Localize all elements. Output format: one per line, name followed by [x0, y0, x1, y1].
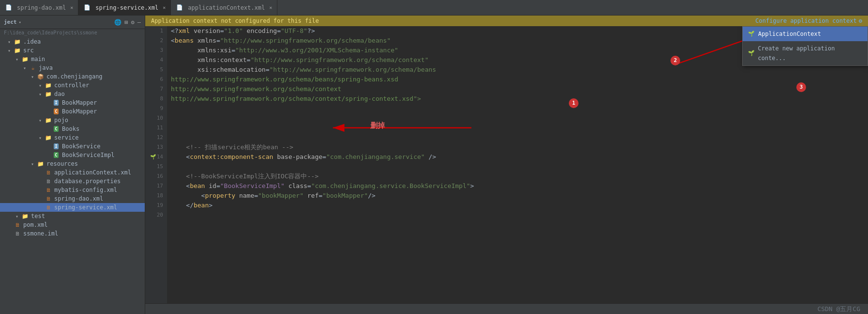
configure-link[interactable]: Configure application context ⚙ [755, 17, 862, 24]
tree-item-test[interactable]: ▾ 📁 test [0, 212, 145, 220]
tree-item-bookmapper-class[interactable]: C BookMapper [0, 107, 145, 116]
tree-label: .idea [23, 38, 41, 45]
line-num: 19 [149, 201, 163, 210]
xml-icon: 📄 [83, 4, 91, 12]
editor-area: Application context not configured for t… [145, 16, 868, 314]
tree-label: src [23, 47, 34, 54]
tab-close[interactable]: ✕ [163, 5, 166, 10]
xml-icon: 🗎 [45, 195, 52, 203]
tree-label: resources [46, 160, 78, 167]
tree-arrow: ▾ [39, 92, 45, 97]
folder-icon: 📁 [14, 38, 21, 46]
tree-item-java[interactable]: ▾ ☕ java [0, 63, 145, 72]
code-line-6: http://www.springframework.org/schema/be… [171, 75, 864, 84]
line-num: 9 [149, 104, 163, 113]
tree-arrow: ▾ [23, 65, 29, 71]
xml-icon: 📄 [176, 4, 183, 12]
code-line-14: <context:component-scan base-package="co… [171, 152, 864, 162]
props-icon: 🗎 [45, 177, 52, 185]
dropdown-item-appcontext[interactable]: 🌱 ApplicationContext [743, 27, 868, 41]
globe-icon[interactable]: 🌐 [114, 19, 122, 26]
line-num: 20 [149, 210, 163, 220]
tree-item-mybatis[interactable]: 🗎 mybatis-config.xml [0, 186, 145, 194]
tree-item-db-props[interactable]: 🗎 database.properties [0, 177, 145, 186]
iml-icon: 🗎 [14, 230, 21, 237]
tree-label: mybatis-config.xml [54, 187, 117, 193]
tree-item-pom[interactable]: 🗎 pom.xml [0, 220, 145, 229]
xml-icon: 🗎 [45, 186, 52, 194]
dropdown-label: Create new application conte... [758, 44, 863, 63]
line-num: 5 [149, 65, 163, 75]
folder-icon: 📁 [21, 212, 29, 220]
line-num: 12 [149, 133, 163, 142]
tree-label: database.properties [54, 178, 121, 185]
tree-item-books[interactable]: C Books [0, 125, 145, 133]
tree-label: BookMapper [62, 108, 97, 115]
tree-item-resources[interactable]: ▾ 📁 resources [0, 159, 145, 168]
tree-arrow: ▾ [31, 74, 37, 79]
close-icon[interactable]: — [137, 19, 141, 26]
tree-item-bookmapper-interface[interactable]: I BookMapper [0, 98, 145, 107]
code-line-18: <property name="bookMapper" ref="bookMap… [171, 191, 864, 201]
tree-arrow: ▾ [39, 118, 45, 123]
tab-spring-service[interactable]: 📄 spring-service.xml ✕ [78, 0, 171, 15]
xml-icon: 🗎 [45, 204, 52, 211]
tree-item-main[interactable]: ▾ 📁 main [0, 55, 145, 63]
tree-arrow: ▾ [8, 48, 14, 53]
code-content[interactable]: <?xml version="1.0" encoding="UTF-8"?> <… [167, 26, 868, 303]
resources-icon: 📁 [37, 160, 45, 168]
dropdown-arrow[interactable]: ▾ [19, 20, 21, 25]
tree-arrow: ▾ [15, 214, 21, 219]
tab-spring-dao[interactable]: 📄 spring-dao.xml ✕ [0, 0, 78, 15]
folder-icon: 📁 [21, 55, 29, 63]
tree-item-spring-service[interactable]: 🗎 spring-service.xml [0, 203, 145, 212]
tree-item-pojo[interactable]: ▾ 📁 pojo [0, 116, 145, 125]
tab-app-context[interactable]: 📄 applicationContext.xml ✕ [171, 0, 277, 15]
tree-item-service[interactable]: ▾ 📁 service [0, 133, 145, 142]
tree-arrow: ▾ [31, 161, 37, 167]
tree-item-dao[interactable]: ▾ 📁 dao [0, 90, 145, 98]
tree-item-bookserviceimpl[interactable]: C BookServiceImpl [0, 151, 145, 159]
line-num: 7 [149, 84, 163, 94]
tree-label: applicationContext.xml [54, 169, 131, 176]
tree-item-controller[interactable]: ▾ 📁 controller [0, 81, 145, 90]
tab-close[interactable]: ✕ [70, 5, 73, 10]
folder-icon: 📁 [45, 134, 52, 141]
configure-label: Configure application context [755, 17, 857, 24]
line-num: 15 [149, 162, 163, 172]
xml-icon: 🗎 [45, 169, 52, 176]
tree-label: test [31, 213, 45, 220]
tree-item-idea[interactable]: ▾ 📁 .idea [0, 37, 145, 46]
tree-arrow: ▾ [8, 39, 14, 45]
sidebar-icons: 🌐 ⊞ ⚙ — [114, 19, 141, 26]
tree-item-bookservice-interface[interactable]: I BookService [0, 142, 145, 151]
tree-item-appcontext[interactable]: 🗎 applicationContext.xml [0, 168, 145, 177]
line-num: 1 [149, 26, 163, 36]
line-num: 11 [149, 123, 163, 133]
file-tree: ▾ 📁 .idea ▾ 📁 src ▾ 📁 main ▾ [0, 36, 145, 314]
tab-label: spring-service.xml [95, 4, 158, 11]
app-context-dropdown: 🌱 ApplicationContext 🌱 Create new applic… [742, 26, 868, 66]
class-icon: C [52, 108, 60, 115]
tree-item-iml[interactable]: 🗎 ssmone.iml [0, 229, 145, 238]
tree-label: controller [54, 82, 89, 89]
tree-item-src[interactable]: ▾ 📁 src [0, 46, 145, 55]
dropdown-item-new[interactable]: 🌱 Create new application conte... [743, 41, 868, 65]
class-icon: C [52, 151, 60, 159]
tree-item-spring-dao[interactable]: 🗎 spring-dao.xml [0, 194, 145, 203]
tree-label: java [39, 64, 53, 71]
code-line-8: http://www.springframework.org/schema/co… [171, 94, 864, 104]
tab-bar: 📄 spring-dao.xml ✕ 📄 spring-service.xml … [0, 0, 868, 16]
line-num: 2 [149, 36, 163, 46]
tree-item-package[interactable]: ▾ 📦 com.chenjiangang [0, 72, 145, 81]
layout-icon[interactable]: ⊞ [124, 19, 128, 26]
project-label: ject [4, 19, 17, 25]
tree-label: Books [62, 126, 79, 132]
class-icon: C [52, 125, 60, 133]
tree-label: dao [54, 91, 65, 97]
main-layout: ject ▾ 🌐 ⊞ ⚙ — F:\idea_code\IdeaProjects… [0, 16, 868, 314]
tab-label: spring-dao.xml [17, 4, 66, 11]
spring-icon: 🌱 [747, 30, 755, 38]
settings-icon[interactable]: ⚙ [131, 19, 135, 26]
tab-close[interactable]: ✕ [269, 5, 272, 10]
